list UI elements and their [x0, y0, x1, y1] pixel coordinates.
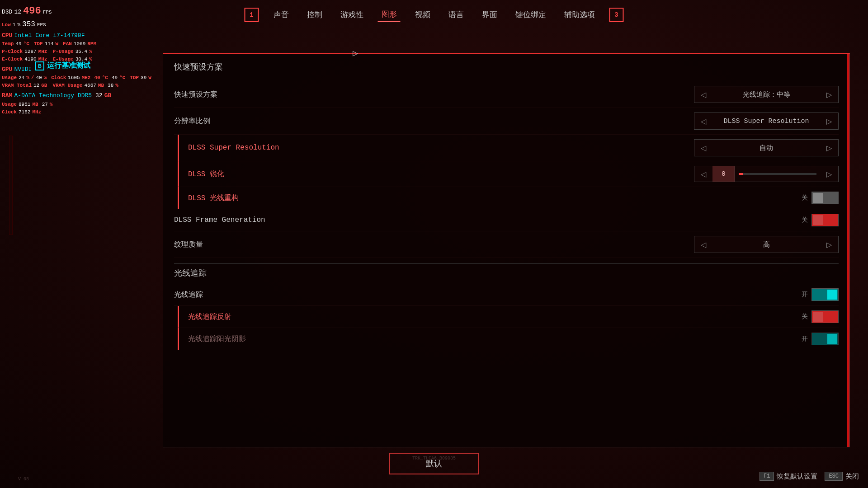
- nav-item-keybinds[interactable]: 键位绑定: [512, 8, 550, 22]
- nav-item-control[interactable]: 控制: [303, 8, 326, 22]
- side-graph: [9, 136, 13, 235]
- hud-low-label: Low: [2, 21, 11, 29]
- rt-shadow-status: 开: [802, 335, 808, 343]
- hud-d3d-val: 12: [14, 8, 21, 17]
- dlss-recon-label: DLSS 光线重构: [188, 193, 239, 203]
- dlss-sharpen-slider[interactable]: ◁ 0 ▷: [694, 166, 839, 182]
- dlss-sharpen-track[interactable]: [739, 173, 816, 175]
- restore-defaults-button[interactable]: F1 恢复默认设置: [760, 472, 817, 481]
- nav-item-language[interactable]: 语言: [445, 8, 467, 22]
- nav-item-video[interactable]: 视频: [411, 8, 434, 22]
- dlss-super-res-selector[interactable]: ◁ 自动 ▷: [694, 139, 839, 156]
- quick-preset-right-arrow[interactable]: ▷: [820, 86, 838, 103]
- benchmark-button[interactable]: B 运行基准测试: [35, 61, 90, 70]
- rt-reflection-toggle-container: 关: [802, 310, 839, 323]
- nav-item-graphics[interactable]: 图形: [378, 7, 401, 22]
- rt-shadow-toggle[interactable]: [811, 333, 839, 345]
- hud-low-fps-label: FPS: [37, 21, 46, 29]
- dlss-super-res-row: DLSS Super Resolution ◁ 自动 ▷: [178, 135, 839, 161]
- texture-quality-right-arrow[interactable]: ▷: [820, 236, 838, 253]
- dlss-sharpen-fill: [739, 173, 743, 175]
- resolution-ratio-row: 分辨率比例 ◁ DLSS Super Resolution ▷: [174, 108, 839, 135]
- hud-vram-usage-unit: MB: [98, 82, 104, 89]
- dlss-super-res-right-arrow[interactable]: ▷: [820, 140, 838, 156]
- hud-vram-total-label: VRAM Total: [2, 82, 32, 89]
- quick-preset-left-arrow[interactable]: ◁: [694, 86, 712, 103]
- quick-preset-selector[interactable]: ◁ 光线追踪：中等 ▷: [694, 86, 839, 103]
- dlss-frame-gen-label: DLSS Frame Generation: [174, 216, 265, 224]
- nav-badge-left[interactable]: 1: [245, 8, 259, 22]
- hud-tdp-val: 114: [45, 40, 54, 48]
- hud-fan-val: 1069: [74, 40, 85, 48]
- hud-pclock-unit: MHz: [38, 48, 47, 56]
- hud-usage-pct1: %: [26, 74, 29, 82]
- hud-gtemp-unit1: °C: [102, 74, 108, 82]
- benchmark-label: 运行基准测试: [47, 61, 90, 70]
- hud-eclock-label: E-Clock: [2, 56, 23, 63]
- hud-d3d: D3D: [2, 8, 12, 17]
- hud-vram-total-unit: GB: [41, 82, 47, 89]
- dlss-sharpen-right-arrow[interactable]: ▷: [820, 166, 838, 182]
- hud-gclock-unit: MHz: [82, 74, 91, 82]
- hud-ram-value: A-DATA Technology DDR5: [14, 91, 92, 100]
- cursor-indicator: ▷: [353, 47, 358, 59]
- dlss-frame-gen-toggle[interactable]: [811, 214, 839, 226]
- dlss-super-res-label: DLSS Super Resolution: [188, 144, 279, 152]
- hud-pclock-val: 5287: [24, 48, 36, 56]
- texture-quality-left-arrow[interactable]: ◁: [694, 236, 712, 253]
- hud-usage-val2: 40: [36, 74, 42, 82]
- hud-temp-unit: °C: [24, 40, 29, 48]
- raytracing-row: 光线追踪 开: [174, 284, 839, 306]
- resolution-ratio-value: DLSS Super Resolution: [712, 117, 820, 125]
- nav-item-sound[interactable]: 声音: [270, 8, 292, 22]
- close-button[interactable]: ESC 关闭: [825, 472, 859, 481]
- hud-tdp-unit: W: [55, 40, 58, 48]
- version-info: V 05: [18, 477, 29, 482]
- dlss-sharpen-label: DLSS 锐化: [188, 169, 224, 179]
- rt-reflection-row: 光线追踪反射 关: [178, 306, 839, 328]
- hud-low-fps: 353: [22, 19, 35, 30]
- dlss-frame-gen-toggle-knob: [813, 215, 823, 225]
- hud-gpu-value: NVIDI: [14, 65, 32, 74]
- rt-shadow-toggle-container: 开: [802, 333, 839, 345]
- dlss-frame-gen-row: DLSS Frame Generation 关: [174, 209, 839, 231]
- raytracing-toggle[interactable]: [811, 288, 839, 301]
- dlss-super-res-value: 自动: [712, 144, 820, 152]
- hud-gtdp-label: TDP: [130, 74, 139, 82]
- rt-reflection-label: 光线追踪反射: [188, 312, 231, 322]
- hud-usage-val1: 24: [19, 74, 24, 82]
- resolution-ratio-label: 分辨率比例: [174, 117, 210, 126]
- hud-vram-usage-val: 4667: [84, 82, 96, 89]
- esc-badge: ESC: [825, 472, 843, 481]
- nav-item-gameplay[interactable]: 游戏性: [337, 8, 367, 22]
- dlss-recon-toggle[interactable]: [811, 192, 839, 204]
- rt-reflection-toggle[interactable]: [811, 310, 839, 323]
- texture-quality-selector[interactable]: ◁ 高 ▷: [694, 236, 839, 253]
- resolution-ratio-selector[interactable]: ◁ DLSS Super Resolution ▷: [694, 113, 839, 130]
- hud-vram-pct: 38: [108, 82, 113, 89]
- benchmark-icon: B: [35, 61, 44, 70]
- nav-item-accessibility[interactable]: 辅助选项: [561, 8, 599, 22]
- dlss-super-res-left-arrow[interactable]: ◁: [694, 140, 712, 156]
- hud-cpu-value: Intel Core i7-14790F: [14, 31, 85, 40]
- raytracing-toggle-knob: [827, 290, 837, 300]
- quick-preset-title: 快速预设方案: [174, 61, 839, 74]
- dlss-recon-status: 关: [802, 194, 808, 202]
- hud-temp-val: 49: [15, 40, 21, 48]
- f1-badge: F1: [760, 472, 774, 481]
- hud-pusage-label: P-Usage: [52, 48, 73, 56]
- resolution-ratio-left-arrow[interactable]: ◁: [694, 113, 712, 129]
- hud-temp-label: Temp: [2, 40, 14, 48]
- hud-gclock-val: 1605: [68, 74, 80, 82]
- panel-content: 快速预设方案 快速预设方案 ◁ 光线追踪：中等 ▷ 分辨率比例 ◁ DLSS S…: [163, 54, 849, 447]
- hud-eclock-val: 4190: [24, 56, 36, 63]
- hud-fps-label: FPS: [43, 9, 52, 16]
- hud-ram-label: RAM: [2, 91, 12, 100]
- restore-defaults-label: 恢复默认设置: [777, 472, 817, 481]
- nav-badge-right[interactable]: 3: [609, 8, 624, 22]
- nav-item-interface[interactable]: 界面: [478, 8, 501, 22]
- raytracing-section-label: 光线追踪: [174, 267, 839, 278]
- dlss-sharpen-left-arrow[interactable]: ◁: [694, 166, 712, 182]
- dlss-recon-toggle-knob: [813, 193, 823, 203]
- resolution-ratio-right-arrow[interactable]: ▷: [820, 113, 838, 129]
